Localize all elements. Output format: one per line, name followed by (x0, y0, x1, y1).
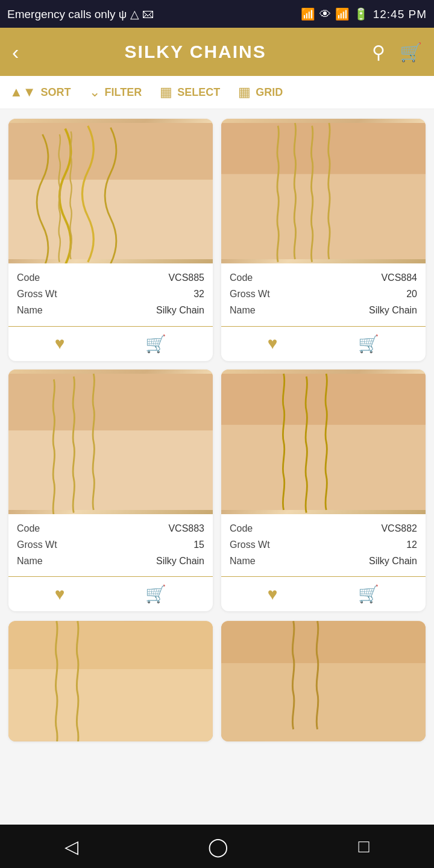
name-label-2: Name (230, 302, 256, 318)
code-label-1: Code (17, 269, 40, 286)
code-label-3: Code (17, 520, 40, 536)
partial-image-6[interactable] (221, 621, 426, 741)
product-card-2: Code VCS884 Gross Wt 20 Name Silky Chain… (221, 119, 426, 361)
code-value-1: VCS885 (168, 269, 204, 286)
name-value-3: Silky Chain (156, 553, 204, 569)
svg-rect-5 (8, 430, 213, 510)
gross-wt-value-2: 20 (406, 286, 417, 302)
app-header: ‹ SILKY CHAINS ⚲ 🛒 (0, 28, 434, 76)
add-to-cart-button-4[interactable]: 🛒 (358, 584, 379, 604)
name-label-3: Name (17, 553, 43, 569)
page-title: SILKY CHAINS (125, 42, 266, 62)
name-value-4: Silky Chain (369, 553, 417, 569)
svg-rect-7 (221, 424, 426, 509)
gross-wt-label-1: Gross Wt (17, 286, 57, 302)
gross-wt-label-2: Gross Wt (230, 286, 270, 302)
product-info-2: Code VCS884 Gross Wt 20 Name Silky Chain (221, 263, 426, 322)
partial-card-6 (221, 621, 426, 741)
svg-rect-11 (221, 663, 426, 741)
add-to-cart-button-2[interactable]: 🛒 (358, 334, 379, 354)
like-button-4[interactable]: ♥ (268, 584, 278, 604)
name-value-1: Silky Chain (156, 302, 204, 318)
status-bar: Emergency calls only ψ △ 🖂 📶 👁 📶 🔋 12:45… (0, 0, 434, 28)
back-nav-button[interactable]: ◁ (64, 836, 78, 857)
code-value-4: VCS882 (381, 520, 417, 536)
product-actions-3: ♥ 🛒 (8, 582, 213, 611)
product-info-1: Code VCS885 Gross Wt 32 Name Silky Chain (8, 263, 213, 322)
add-to-cart-button-1[interactable]: 🛒 (145, 334, 166, 354)
partial-image-5[interactable] (8, 621, 213, 741)
search-icon[interactable]: ⚲ (372, 42, 385, 63)
product-actions-2: ♥ 🛒 (221, 332, 426, 361)
select-button[interactable]: ▦ SELECT (160, 84, 220, 100)
bottom-nav: ◁ ◯ □ (0, 825, 434, 868)
sort-icon: ▲▼ (10, 84, 36, 100)
name-value-2: Silky Chain (369, 302, 417, 318)
like-button-2[interactable]: ♥ (268, 334, 278, 354)
gross-wt-label-4: Gross Wt (230, 536, 270, 553)
gross-wt-label-3: Gross Wt (17, 536, 57, 553)
product-image-2[interactable] (221, 119, 426, 263)
product-card-4: Code VCS882 Gross Wt 12 Name Silky Chain… (221, 370, 426, 612)
partial-product-row (0, 621, 434, 741)
name-label-4: Name (230, 553, 256, 569)
filter-button[interactable]: ⌄ FILTER (89, 84, 142, 100)
filter-label: FILTER (105, 86, 142, 99)
like-button-3[interactable]: ♥ (55, 584, 65, 604)
cart-icon[interactable]: 🛒 (400, 42, 422, 63)
status-time: 📶 👁 📶 🔋 12:45 PM (301, 7, 427, 21)
gross-wt-value-3: 15 (193, 536, 204, 553)
partial-card-5 (8, 621, 213, 741)
grid-label: GRID (256, 86, 283, 99)
recent-nav-button[interactable]: □ (358, 836, 369, 857)
product-card-3: Code VCS883 Gross Wt 15 Name Silky Chain… (8, 370, 213, 612)
sort-label: SORT (41, 86, 71, 99)
product-grid: Code VCS885 Gross Wt 32 Name Silky Chain… (0, 109, 434, 621)
product-actions-4: ♥ 🛒 (221, 582, 426, 611)
select-icon: ▦ (160, 84, 172, 100)
code-value-3: VCS883 (168, 520, 204, 536)
gross-wt-value-1: 32 (193, 286, 204, 302)
home-nav-button[interactable]: ◯ (208, 836, 228, 857)
gross-wt-value-4: 12 (406, 536, 417, 553)
svg-rect-3 (221, 174, 426, 259)
like-button-1[interactable]: ♥ (55, 334, 65, 354)
product-image-3[interactable] (8, 370, 213, 514)
header-actions: ⚲ 🛒 (372, 42, 422, 63)
code-value-2: VCS884 (381, 269, 417, 286)
product-info-4: Code VCS882 Gross Wt 12 Name Silky Chain (221, 514, 426, 573)
product-card-1: Code VCS885 Gross Wt 32 Name Silky Chain… (8, 119, 213, 361)
select-label: SELECT (177, 86, 220, 99)
add-to-cart-button-3[interactable]: 🛒 (145, 584, 166, 604)
code-label-2: Code (230, 269, 253, 286)
toolbar: ▲▼ SORT ⌄ FILTER ▦ SELECT ▦ GRID (0, 76, 434, 109)
product-image-1[interactable] (8, 119, 213, 263)
grid-button[interactable]: ▦ GRID (238, 84, 283, 100)
name-label-1: Name (17, 302, 43, 318)
code-label-4: Code (230, 520, 253, 536)
svg-rect-9 (8, 669, 213, 741)
product-info-3: Code VCS883 Gross Wt 15 Name Silky Chain (8, 514, 213, 573)
sort-button[interactable]: ▲▼ SORT (10, 84, 71, 100)
product-actions-1: ♥ 🛒 (8, 332, 213, 361)
status-emergency: Emergency calls only ψ △ 🖂 (7, 7, 154, 21)
filter-icon: ⌄ (89, 84, 100, 100)
grid-icon: ▦ (238, 84, 251, 100)
back-button[interactable]: ‹ (12, 40, 19, 64)
product-image-4[interactable] (221, 370, 426, 514)
